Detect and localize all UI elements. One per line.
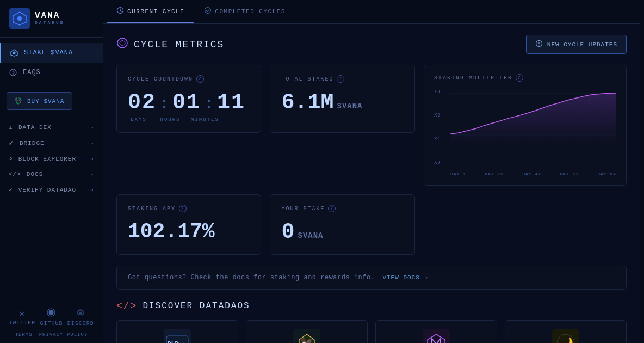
external-link-icon: ↗ xyxy=(90,187,94,193)
y-label-x2: X2 xyxy=(434,113,441,118)
tab-current-cycle[interactable]: Current Cycle xyxy=(107,0,194,23)
your-stake-label: Your Stake ? xyxy=(281,205,403,212)
new-cycle-button[interactable]: New Cycle Updates xyxy=(526,35,627,54)
buy-label: BUY $VANA xyxy=(27,98,64,105)
total-staked-suffix: $VANA xyxy=(337,102,362,111)
days-label: DAYS xyxy=(128,117,150,122)
buy-icon: 💱 xyxy=(15,97,23,105)
block-explorer-icon: ⌕ xyxy=(9,155,13,162)
sidebar: VANA DATAHUB Stake $VANA ? FAQs 💱 BUY $V… xyxy=(0,0,103,343)
your-stake-value: 0 $VANA xyxy=(281,220,403,244)
sidebar-item-block-explorer[interactable]: ⌕ Block Explorer ↗ xyxy=(0,151,103,167)
dao-card-m[interactable]: Top DataDAO xyxy=(375,320,497,343)
svg-point-4 xyxy=(13,52,16,54)
dao-logo-moon: 🌙 xyxy=(552,329,579,343)
your-stake-number: 0 xyxy=(281,220,294,244)
discord-link[interactable]: Discord xyxy=(67,308,94,327)
sidebar-item-stake[interactable]: Stake $VANA xyxy=(0,43,103,63)
apy-info-icon[interactable]: ? xyxy=(179,205,187,212)
notification-icon xyxy=(535,40,543,49)
staking-apy-label: Staking APY ? xyxy=(128,205,250,212)
main-content: Current Cycle Completed Cycles Cycle Met… xyxy=(103,0,640,343)
svg-text:🌙: 🌙 xyxy=(560,336,573,343)
sidebar-footer-links: Terms Privacy Policy xyxy=(0,330,103,340)
external-link-icon: ↗ xyxy=(90,156,94,162)
your-stake-info-icon[interactable]: ? xyxy=(328,205,336,212)
docs-banner: Got questions? Check the docs for stakin… xyxy=(116,266,627,290)
total-staked-info-icon[interactable]: ? xyxy=(337,75,344,83)
github-icon xyxy=(47,308,55,320)
countdown-minutes: 11 xyxy=(217,90,245,115)
staking-apy-value: 102.17% xyxy=(128,220,250,243)
multiplier-info-icon[interactable]: ? xyxy=(516,74,523,82)
dao-logo-hawk: 🦅 xyxy=(293,329,320,343)
discover-title: </> Discover DataDAOs xyxy=(116,301,627,311)
buy-vana-button[interactable]: 💱 BUY $VANA xyxy=(7,92,72,110)
dao-cards-grid: DLP labs Top DataDAO 🦅 Top DataDAO xyxy=(116,320,627,343)
tab-completed-cycles[interactable]: Completed Cycles xyxy=(194,0,295,23)
total-staked-label: Total Staked ? xyxy=(281,75,403,83)
cycle-metrics-title: Cycle Metrics xyxy=(134,39,224,50)
verify-icon: ✓ xyxy=(9,186,13,193)
chart-y-labels: X3 X2 X1 X0 xyxy=(434,89,441,166)
logo-name: VANA xyxy=(35,11,65,21)
staking-multiplier-label: Staking Multiplier ? xyxy=(434,74,616,82)
your-stake-card: Your Stake ? 0 $VANA xyxy=(270,194,414,255)
svg-text:🦅: 🦅 xyxy=(300,336,314,343)
x-label-day42: DAY 42 xyxy=(522,171,541,176)
sidebar-item-faqs[interactable]: ? FAQs xyxy=(0,63,103,82)
sidebar-item-label-faqs: FAQs xyxy=(23,69,41,76)
countdown-sep-2: : xyxy=(204,95,214,113)
countdown-labels: DAYS HOURS MINUTES xyxy=(128,117,250,122)
logo-text: VANA DATAHUB xyxy=(35,11,65,26)
dao-logo-dlp: DLP labs xyxy=(164,329,191,343)
discover-heading: Discover DataDAOs xyxy=(143,301,250,311)
twitter-link[interactable]: ✕ Twitter xyxy=(9,308,35,327)
sidebar-item-verify-datadao[interactable]: ✓ Verify DataDAO ↗ xyxy=(0,182,103,198)
sidebar-item-docs[interactable]: </> Docs ↗ xyxy=(0,167,103,182)
cycle-countdown-label: Cycle Countdown ? xyxy=(128,75,250,83)
external-link-icon: ↗ xyxy=(90,124,94,131)
sidebar-social: ✕ Twitter Github Discord xyxy=(0,305,103,330)
right-edge-scrollbar xyxy=(640,0,644,343)
hours-label: HOURS xyxy=(159,117,181,122)
countdown-sep-1: : xyxy=(159,95,169,113)
content-area: Cycle Metrics New Cycle Updates Cycle Co… xyxy=(103,24,640,343)
dao-card-dlp[interactable]: DLP labs Top DataDAO xyxy=(116,320,238,343)
multiplier-chart-svg xyxy=(450,89,616,143)
external-link-icon: ↗ xyxy=(90,171,94,177)
tab-bar: Current Cycle Completed Cycles xyxy=(103,0,640,24)
staking-apy-card: Staking APY ? 102.17% xyxy=(116,194,261,255)
github-link[interactable]: Github xyxy=(40,308,63,327)
chart-area: X3 X2 X1 X0 xyxy=(434,89,616,176)
sidebar-item-data-dex[interactable]: ⟁ Data Dex ↗ xyxy=(0,120,103,135)
svg-point-2 xyxy=(17,16,22,21)
x-label-day84: DAY 84 xyxy=(597,171,616,176)
sidebar-nav: Stake $VANA ? FAQs 💱 BUY $VANA ⟁ Data De… xyxy=(0,38,103,299)
sidebar-item-label-stake: Stake $VANA xyxy=(24,49,73,57)
svg-point-11 xyxy=(117,38,127,48)
completed-cycles-tab-icon xyxy=(204,7,212,16)
x-label-day63: DAY 63 xyxy=(560,171,579,176)
minutes-label: MINUTES xyxy=(191,117,219,122)
sidebar-item-bridge[interactable]: ⤢ Bridge ↗ xyxy=(0,135,103,151)
svg-point-16 xyxy=(538,45,540,46)
countdown-info-icon[interactable]: ? xyxy=(196,75,204,83)
svg-point-10 xyxy=(205,8,211,14)
y-label-x1: X1 xyxy=(434,137,441,142)
metrics-row-1: Cycle Countdown ? 02 : 01 : 11 DAYS HOUR… xyxy=(116,65,627,186)
view-docs-link[interactable]: View Docs → xyxy=(382,274,428,281)
dao-card-moon[interactable]: 🌙 Top DataDAO xyxy=(505,320,627,343)
privacy-link[interactable]: Privacy Policy xyxy=(39,332,88,338)
svg-marker-21 xyxy=(450,93,616,143)
total-staked-number: 6.1M xyxy=(281,90,333,115)
cycle-countdown-card: Cycle Countdown ? 02 : 01 : 11 DAYS HOUR… xyxy=(116,65,261,133)
terms-link[interactable]: Terms xyxy=(15,332,33,338)
dao-card-hawk[interactable]: 🦅 Top DataDAO xyxy=(246,320,368,343)
sidebar-logo: VANA DATAHUB xyxy=(0,0,103,38)
data-dex-icon: ⟁ xyxy=(9,124,13,131)
cycle-header: Cycle Metrics New Cycle Updates xyxy=(116,35,627,54)
docs-icon: </> xyxy=(9,171,21,177)
total-staked-value: 6.1M $VANA xyxy=(281,90,403,115)
docs-banner-text: Got questions? Check the docs for stakin… xyxy=(128,274,375,281)
